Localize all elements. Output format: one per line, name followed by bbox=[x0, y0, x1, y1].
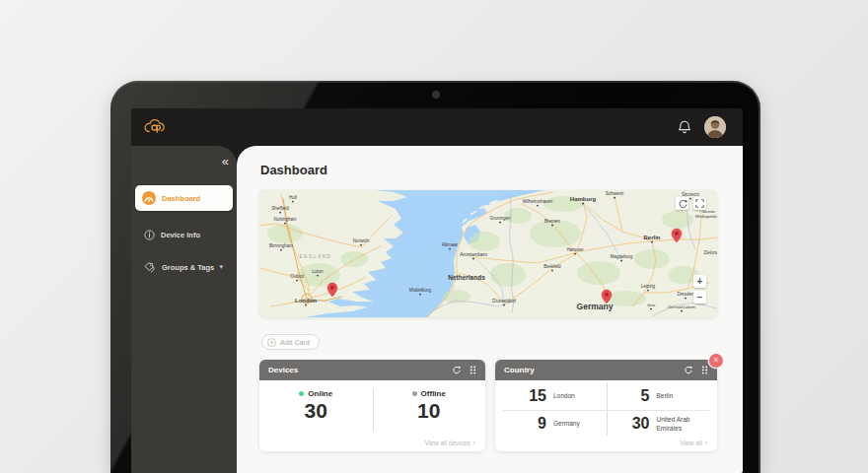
map-city-dot bbox=[651, 241, 653, 243]
chevron-right-icon: › bbox=[705, 439, 707, 446]
notifications-bell-icon[interactable] bbox=[677, 119, 692, 136]
map-city-dot bbox=[614, 197, 615, 199]
map-label: Norwich bbox=[353, 238, 370, 243]
europe-map[interactable]: HullSheffieldNottinghamBirminghamNorwich… bbox=[259, 190, 717, 317]
user-avatar[interactable] bbox=[704, 116, 726, 138]
online-status-dot bbox=[299, 391, 304, 396]
camera-dot bbox=[432, 91, 440, 99]
map-city-dot bbox=[419, 294, 421, 296]
dashboard-gauge-icon bbox=[142, 191, 156, 205]
sidebar-collapse-button[interactable]: « bbox=[222, 154, 227, 169]
map-city-dot bbox=[685, 298, 687, 300]
country-stat-london: 15 London bbox=[503, 382, 607, 410]
map-city-dot bbox=[647, 290, 649, 292]
map-label: Wielkopolski bbox=[695, 214, 717, 219]
offline-stat: Offline 10 bbox=[373, 380, 486, 430]
country-card-header[interactable]: Country bbox=[495, 360, 717, 380]
cloud-logo-icon bbox=[142, 118, 168, 136]
plus-icon: + bbox=[267, 338, 276, 347]
divider bbox=[373, 388, 374, 432]
offline-count: 10 bbox=[417, 400, 440, 421]
online-label: Online bbox=[308, 389, 332, 398]
map-label: Düsseldorf bbox=[492, 298, 517, 304]
chevron-down-icon[interactable]: ▾ bbox=[219, 263, 223, 271]
map-city-dot bbox=[689, 198, 691, 200]
map-refresh-button[interactable] bbox=[676, 197, 688, 210]
map-label: Hamburg bbox=[570, 196, 597, 202]
map-city-dot bbox=[574, 253, 576, 255]
map-city-dot bbox=[472, 258, 474, 260]
map-city-dot bbox=[582, 203, 584, 205]
map-city-dot bbox=[681, 310, 683, 312]
main-content: Dashboard bbox=[237, 146, 743, 473]
sidebar-item-label: Groups & Tags bbox=[162, 263, 214, 272]
map-label: Nottingham bbox=[273, 217, 296, 222]
tags-icon bbox=[144, 262, 156, 273]
view-all-devices-link[interactable]: View all devices› bbox=[425, 439, 475, 446]
map-label: Jena bbox=[647, 303, 656, 307]
sidebar-item-device-info[interactable]: Device Info bbox=[135, 222, 233, 247]
map-city-dot bbox=[650, 308, 652, 310]
sidebar: « Dashboard bbox=[131, 146, 237, 473]
close-card-button[interactable]: × bbox=[709, 354, 723, 368]
map-label: Middelburg bbox=[409, 288, 432, 293]
online-count: 30 bbox=[305, 400, 327, 421]
map-label: Sheffield bbox=[271, 206, 289, 211]
add-card-button[interactable]: + Add Card bbox=[261, 334, 320, 350]
app-screen: « Dashboard bbox=[131, 108, 743, 473]
sidebar-item-dashboard[interactable]: Dashboard bbox=[135, 185, 233, 211]
map-label: Zielona bbox=[704, 250, 717, 255]
chevron-right-icon: › bbox=[473, 439, 475, 446]
map-city-dot bbox=[305, 304, 307, 306]
refresh-icon[interactable] bbox=[452, 366, 461, 374]
map-label: Ústí nad Labem bbox=[668, 304, 696, 309]
map-card[interactable]: HullSheffieldNottinghamBirminghamNorwich… bbox=[259, 190, 717, 317]
map-city-dot bbox=[317, 275, 319, 277]
offline-label: Offline bbox=[421, 389, 446, 398]
map-city-dot bbox=[620, 260, 622, 262]
map-city-dot bbox=[551, 225, 553, 227]
map-label: Bielefeld bbox=[543, 264, 561, 269]
refresh-icon[interactable] bbox=[684, 366, 692, 374]
devices-card-header[interactable]: Devices bbox=[259, 360, 485, 380]
map-city-dot bbox=[296, 280, 298, 282]
drag-handle-icon[interactable] bbox=[701, 366, 708, 374]
map-label: Schwerin bbox=[606, 191, 624, 196]
map-fullscreen-button[interactable] bbox=[693, 197, 706, 210]
map-label: Wilhelmshaven bbox=[523, 199, 553, 204]
map-label: Alkmaar bbox=[442, 242, 459, 247]
divider bbox=[607, 382, 608, 436]
map-label: Magdeburg bbox=[611, 254, 633, 259]
map-city-dot bbox=[280, 249, 282, 251]
map-label: Netherlands bbox=[448, 274, 485, 281]
drag-handle-icon[interactable] bbox=[470, 366, 476, 374]
map-city-dot bbox=[360, 244, 362, 246]
devices-card-title: Devices bbox=[268, 366, 298, 374]
map-city-dot bbox=[449, 248, 451, 250]
map-city-dot bbox=[284, 223, 286, 225]
sidebar-item-groups-tags[interactable]: Groups & Tags ▾ bbox=[135, 254, 233, 280]
map-label: Luton bbox=[312, 269, 324, 274]
map-label: Germany bbox=[577, 302, 614, 311]
map-city-dot bbox=[279, 212, 281, 214]
page-title: Dashboard bbox=[260, 163, 327, 177]
map-label: Groningen bbox=[489, 216, 511, 221]
map-label: Leipzig bbox=[641, 284, 656, 289]
map-label: ENGLAND bbox=[300, 254, 332, 259]
topbar bbox=[131, 108, 743, 146]
devices-card: Devices bbox=[259, 360, 485, 451]
map-zoom-out-button[interactable]: − bbox=[693, 291, 706, 304]
view-all-link[interactable]: View all› bbox=[681, 439, 707, 446]
tablet-device-frame: « Dashboard bbox=[110, 81, 760, 473]
divider bbox=[503, 410, 709, 411]
map-label: Hull bbox=[289, 195, 297, 200]
country-stat-berlin: 5 Berlin bbox=[607, 382, 710, 410]
map-label: Bremen bbox=[544, 219, 560, 224]
map-city-dot bbox=[499, 222, 501, 224]
map-label: London bbox=[295, 298, 317, 304]
map-zoom-in-button[interactable]: + bbox=[693, 275, 706, 288]
offline-status-dot bbox=[412, 391, 417, 396]
map-city-dot bbox=[537, 205, 539, 207]
sidebar-item-label: Dashboard bbox=[162, 194, 200, 203]
map-label: Hanover bbox=[566, 247, 584, 252]
